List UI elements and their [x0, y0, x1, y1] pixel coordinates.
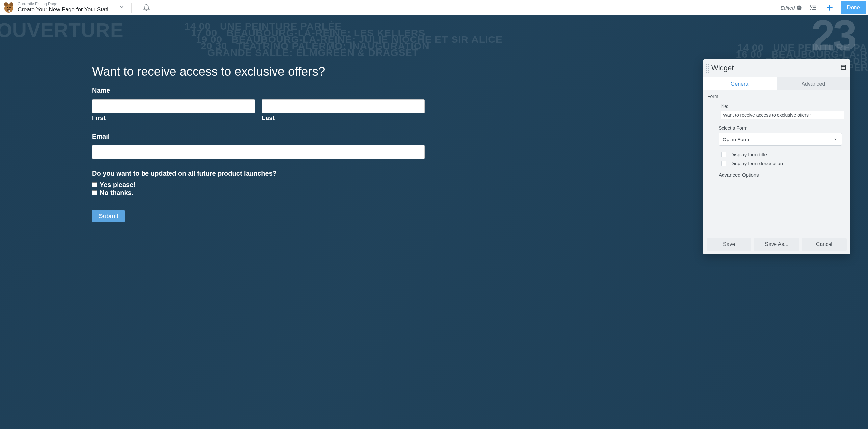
widget-header: Widget [704, 59, 850, 77]
svg-text:?: ? [798, 6, 800, 9]
svg-point-20 [706, 66, 707, 67]
first-sublabel: First [92, 114, 255, 122]
display-title-checkbox[interactable] [721, 152, 726, 157]
svg-point-5 [7, 9, 10, 11]
svg-rect-28 [841, 65, 846, 70]
form-container: Want to receive access to exclusive offe… [92, 65, 425, 222]
maximize-icon[interactable] [841, 65, 846, 71]
display-desc-label: Display form description [731, 161, 783, 166]
title-block: Currently Editing Page Create Your New P… [18, 2, 113, 13]
svg-point-3 [7, 7, 8, 8]
display-desc-checkbox[interactable] [721, 161, 726, 166]
svg-point-21 [708, 66, 709, 67]
widget-tabs: General Advanced [704, 77, 850, 91]
last-sublabel: Last [262, 114, 425, 122]
save-as-button[interactable]: Save As... [754, 238, 799, 251]
svg-point-19 [708, 64, 709, 65]
edited-label: Edited [781, 5, 795, 10]
svg-point-14 [810, 9, 811, 9]
svg-point-25 [708, 70, 709, 71]
svg-point-1 [4, 2, 8, 6]
svg-point-4 [9, 7, 10, 8]
page-dropdown[interactable] [119, 4, 125, 11]
widget-body: Form Title: Select a Form: Opt in Form D… [704, 91, 850, 235]
select-form-value: Opt in Form [723, 136, 749, 142]
select-form-label: Select a Form: [719, 125, 846, 131]
help-icon[interactable]: ? [796, 5, 802, 10]
title-subtitle: Currently Editing Page [18, 2, 113, 6]
submit-button[interactable]: Submit [92, 210, 125, 222]
tab-advanced[interactable]: Advanced [777, 77, 850, 91]
svg-point-27 [708, 72, 709, 73]
form-section-label: Form [707, 94, 846, 99]
question-label: Do you want to be updated on all future … [92, 170, 425, 178]
svg-rect-7 [9, 10, 10, 12]
widget-footer: Save Save As... Cancel [704, 235, 850, 254]
option-no-label: No thanks. [100, 189, 133, 197]
advanced-options-link[interactable]: Advanced Options [719, 172, 846, 178]
select-form-dropdown[interactable]: Opt in Form [719, 133, 842, 146]
widget-title-input[interactable] [721, 111, 844, 120]
name-label: Name [92, 87, 425, 95]
svg-point-18 [706, 64, 707, 65]
first-name-input[interactable] [92, 99, 255, 113]
svg-point-24 [706, 70, 707, 71]
widget-panel: Widget General Advanced Form Title: Sele… [704, 59, 850, 254]
cancel-button[interactable]: Cancel [802, 238, 847, 251]
app-logo [2, 1, 15, 14]
drag-handle-icon[interactable] [704, 59, 711, 77]
option-yes-checkbox[interactable] [92, 182, 97, 187]
email-label: Email [92, 133, 425, 141]
option-no-checkbox[interactable] [92, 191, 97, 195]
title-field-label: Title: [719, 104, 846, 109]
svg-point-12 [811, 7, 812, 8]
display-title-label: Display form title [731, 152, 767, 157]
chevron-down-icon [833, 137, 838, 141]
top-bar: Currently Editing Page Create Your New P… [0, 0, 868, 15]
svg-point-22 [706, 68, 707, 69]
svg-point-2 [9, 2, 13, 6]
page-title: Create Your New Page for Your Stati... [18, 6, 113, 13]
form-heading: Want to receive access to exclusive offe… [92, 65, 425, 79]
svg-point-26 [706, 72, 707, 73]
divider [131, 3, 132, 12]
edited-status: Edited ? [781, 5, 802, 10]
widget-panel-title: Widget [711, 64, 841, 72]
option-yes-label: Yes please! [100, 181, 135, 189]
notifications-icon[interactable] [141, 2, 152, 13]
svg-point-10 [810, 6, 811, 6]
svg-rect-6 [7, 10, 8, 12]
email-input[interactable] [92, 145, 425, 159]
svg-point-23 [708, 68, 709, 69]
save-button[interactable]: Save [707, 238, 751, 251]
last-name-input[interactable] [262, 99, 425, 113]
tab-general[interactable]: General [704, 77, 777, 91]
